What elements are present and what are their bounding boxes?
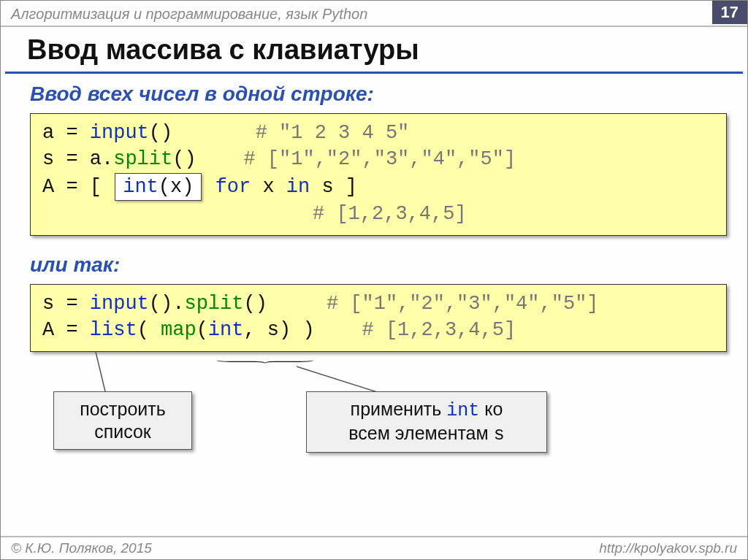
footer: © К.Ю. Поляков, 2015 http://kpolyakov.sp… [1, 536, 747, 559]
code-block-2: s = input().split() # ["1","2","3","4","… [30, 284, 727, 352]
callout-build-list: построить список [53, 391, 192, 450]
slide: Алгоритмизация и программирование, язык … [0, 0, 748, 560]
code-block-1: a = input() # "1 2 3 4 5" s = a.split() … [30, 113, 727, 236]
highlight-box: int(x) [115, 173, 202, 201]
code-line: # [1,2,3,4,5] [42, 201, 714, 227]
callout-apply-int: применить int ко всем элементам s [306, 391, 547, 453]
code-line: s = input().split() # ["1","2","3","4","… [42, 291, 714, 317]
header-bar: Алгоритмизация и программирование, язык … [1, 1, 747, 27]
code-line: s = a.split() # ["1","2","3","4","5"] [42, 146, 714, 172]
footer-copyright: © К.Ю. Поляков, 2015 [11, 540, 152, 556]
svg-line-1 [297, 367, 384, 394]
page-number: 17 [712, 1, 747, 24]
section-subtitle: Ввод всех чисел в одной строке: [1, 74, 747, 110]
code-line: A = [ int(x) for x in s ] [42, 173, 714, 201]
callout-pointer [297, 362, 384, 394]
callout-row: построить список ︸ применить int ко всем… [1, 362, 747, 479]
header-topic: Алгоритмизация и программирование, язык … [11, 6, 367, 23]
footer-url: http://kpolyakov.spb.ru [599, 540, 737, 556]
slide-title: Ввод массива с клавиатуры [5, 27, 743, 74]
code-line: a = input() # "1 2 3 4 5" [42, 120, 714, 146]
alt-label: или так: [1, 246, 747, 281]
code-line: A = list( map(int, s) ) # [1,2,3,4,5] [42, 317, 714, 343]
